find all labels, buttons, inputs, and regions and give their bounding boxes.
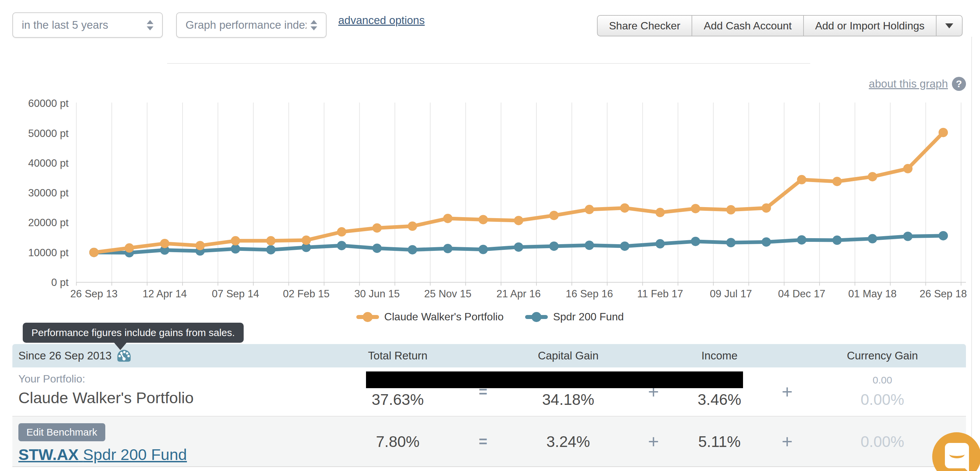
svg-text:60000 pt: 60000 pt [28, 98, 68, 109]
since-label: Since 26 Sep 2013 [18, 349, 111, 362]
portfolio-name: Claude Walker's Portfolio [18, 389, 348, 407]
svg-text:0 pt: 0 pt [51, 277, 68, 288]
svg-text:04 Dec 17: 04 Dec 17 [778, 288, 825, 300]
plus-operator: + [618, 417, 689, 466]
portfolio-performance-page: { "toolbar": { "period_select": "in the … [0, 0, 980, 471]
tooltip-caret [113, 341, 128, 350]
table-header-row: Since 26 Sep 2013 Total Return Capital G… [13, 344, 966, 368]
svg-text:26 Sep 13: 26 Sep 13 [70, 288, 117, 300]
svg-text:07 Sep 14: 07 Sep 14 [212, 288, 259, 300]
svg-text:26 Sep 18: 26 Sep 18 [920, 288, 967, 300]
svg-text:30000 pt: 30000 pt [28, 187, 68, 199]
svg-text:40000 pt: 40000 pt [28, 157, 68, 169]
benchmark-code: STW.AX [18, 446, 78, 463]
svg-text:11 Feb 17: 11 Feb 17 [637, 288, 683, 300]
performance-line-chart: 0 pt10000 pt20000 pt30000 pt40000 pt5000… [0, 0, 980, 334]
plus-operator: + [750, 368, 824, 416]
column-header-capital-gain: Capital Gain [518, 349, 618, 362]
your-portfolio-label: Your Portfolio: [18, 373, 348, 385]
svg-text:16 Sep 16: 16 Sep 16 [566, 288, 613, 300]
svg-text:30 Jun 15: 30 Jun 15 [354, 288, 400, 300]
chart-legend: Claude Walker's PortfolioSpdr 200 Fund [0, 311, 980, 323]
benchmark-total-return: 7.80% [348, 417, 448, 466]
plus-operator: + [750, 417, 824, 466]
edit-benchmark-button[interactable]: Edit Benchmark [18, 423, 105, 441]
svg-text:01 May 18: 01 May 18 [848, 288, 897, 300]
svg-text:12 Apr 14: 12 Apr 14 [142, 288, 187, 300]
legend-label: Claude Walker's Portfolio [384, 311, 504, 323]
equals-operator: = [448, 417, 518, 466]
svg-text:20000 pt: 20000 pt [28, 217, 68, 228]
benchmark-name: Spdr 200 Fund [83, 446, 187, 463]
svg-text:09 Jul 17: 09 Jul 17 [710, 288, 752, 300]
redaction-overlay [366, 371, 743, 388]
column-header-income: Income [689, 349, 750, 362]
legend-item: Spdr 200 Fund [525, 311, 624, 323]
portfolio-currency-gain-amount: 0.00 [873, 374, 892, 386]
legend-label: Spdr 200 Fund [553, 311, 624, 323]
performance-table: Since 26 Sep 2013 Total Return Capital G… [13, 344, 966, 467]
portfolio-currency-gain: 0.00% [861, 390, 904, 409]
column-header-currency-gain: Currency Gain [824, 349, 941, 362]
legend-item: Claude Walker's Portfolio [356, 311, 504, 323]
benchmark-capital-gain: 3.24% [518, 417, 618, 466]
svg-text:21 Apr 16: 21 Apr 16 [496, 288, 541, 300]
svg-text:50000 pt: 50000 pt [28, 128, 68, 139]
benchmark-link[interactable]: STW.AX Spdr 200 Fund [18, 445, 348, 464]
legend-marker-icon [525, 311, 548, 323]
benchmark-row: Edit Benchmark STW.AX Spdr 200 Fund 7.80… [13, 416, 966, 467]
svg-text:10000 pt: 10000 pt [28, 247, 68, 258]
gauge-icon[interactable] [116, 349, 132, 363]
legend-marker-icon [356, 311, 379, 323]
benchmark-income: 5.11% [689, 417, 750, 466]
svg-text:02 Feb 15: 02 Feb 15 [283, 288, 329, 300]
chat-bubble-icon [945, 443, 969, 468]
column-header-total-return: Total Return [348, 349, 448, 362]
benchmark-currency-gain: 0.00% [861, 433, 904, 450]
svg-text:25 Nov 15: 25 Nov 15 [424, 288, 471, 300]
performance-tooltip: Performance figures include gains from s… [23, 323, 243, 343]
